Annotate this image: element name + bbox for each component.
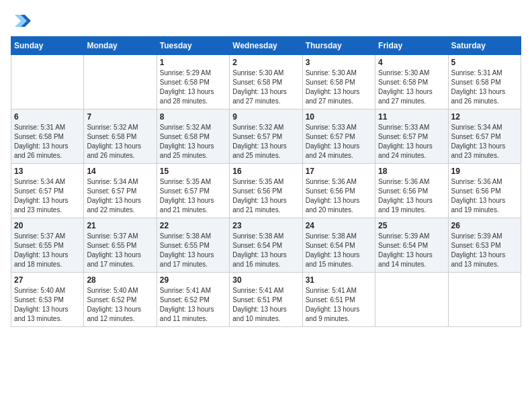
calendar-cell: 8Sunrise: 5:32 AMSunset: 6:58 PMDaylight…: [157, 109, 229, 164]
cell-day-number: 5: [451, 58, 518, 67]
cell-day-number: 24: [306, 221, 372, 230]
cell-day-number: 21: [87, 221, 153, 230]
cell-detail: Sunrise: 5:37 AMSunset: 6:55 PMDaylight:…: [14, 232, 81, 269]
cell-day-number: 8: [160, 112, 226, 122]
cell-day-number: 15: [160, 167, 226, 176]
calendar-cell: 24Sunrise: 5:38 AMSunset: 6:54 PMDayligh…: [302, 218, 375, 273]
calendar-cell: 19Sunrise: 5:36 AMSunset: 6:56 PMDayligh…: [448, 164, 521, 218]
cell-detail: Sunrise: 5:41 AMSunset: 6:51 PMDaylight:…: [306, 286, 372, 324]
calendar-cell: 10Sunrise: 5:33 AMSunset: 6:57 PMDayligh…: [302, 109, 375, 164]
calendar-cell: 7Sunrise: 5:32 AMSunset: 6:58 PMDaylight…: [84, 109, 157, 164]
cell-day-number: 30: [232, 275, 299, 285]
cell-day-number: 29: [160, 275, 226, 285]
cell-detail: Sunrise: 5:41 AMSunset: 6:52 PMDaylight:…: [160, 286, 226, 324]
cell-day-number: 1: [160, 58, 226, 67]
weekday-header: Tuesday: [157, 37, 229, 55]
cell-detail: Sunrise: 5:39 AMSunset: 6:54 PMDaylight:…: [378, 232, 445, 269]
calendar-week-row: 20Sunrise: 5:37 AMSunset: 6:55 PMDayligh…: [11, 218, 521, 273]
calendar-cell: 2Sunrise: 5:30 AMSunset: 6:58 PMDaylight…: [230, 55, 302, 109]
calendar-cell: 17Sunrise: 5:36 AMSunset: 6:56 PMDayligh…: [302, 164, 375, 218]
cell-day-number: 25: [378, 221, 445, 230]
cell-day-number: 22: [160, 221, 226, 230]
weekday-header: Monday: [84, 37, 157, 55]
cell-detail: Sunrise: 5:34 AMSunset: 6:57 PMDaylight:…: [451, 123, 518, 161]
weekday-header: Thursday: [302, 37, 375, 55]
calendar-cell: [375, 273, 448, 327]
cell-detail: Sunrise: 5:32 AMSunset: 6:58 PMDaylight:…: [160, 123, 226, 161]
calendar-week-row: 1Sunrise: 5:29 AMSunset: 6:58 PMDaylight…: [11, 55, 521, 109]
calendar-cell: 23Sunrise: 5:38 AMSunset: 6:54 PMDayligh…: [230, 218, 302, 273]
cell-detail: Sunrise: 5:38 AMSunset: 6:55 PMDaylight:…: [160, 232, 226, 269]
cell-day-number: 27: [14, 275, 81, 285]
calendar-cell: 6Sunrise: 5:31 AMSunset: 6:58 PMDaylight…: [11, 109, 84, 164]
cell-detail: Sunrise: 5:36 AMSunset: 6:56 PMDaylight:…: [451, 177, 518, 215]
cell-detail: Sunrise: 5:31 AMSunset: 6:58 PMDaylight:…: [14, 123, 81, 161]
cell-day-number: 6: [14, 112, 81, 122]
cell-day-number: 31: [306, 275, 372, 285]
calendar-table: SundayMondayTuesdayWednesdayThursdayFrid…: [11, 36, 521, 327]
calendar-cell: 29Sunrise: 5:41 AMSunset: 6:52 PMDayligh…: [157, 273, 229, 327]
calendar-cell: 9Sunrise: 5:32 AMSunset: 6:57 PMDaylight…: [230, 109, 302, 164]
cell-detail: Sunrise: 5:36 AMSunset: 6:56 PMDaylight:…: [378, 177, 445, 215]
cell-detail: Sunrise: 5:34 AMSunset: 6:57 PMDaylight:…: [87, 177, 153, 215]
cell-day-number: 2: [232, 58, 299, 67]
weekday-header: Wednesday: [230, 37, 302, 55]
cell-detail: Sunrise: 5:32 AMSunset: 6:57 PMDaylight:…: [232, 123, 299, 161]
calendar-cell: 26Sunrise: 5:39 AMSunset: 6:53 PMDayligh…: [448, 218, 521, 273]
cell-detail: Sunrise: 5:33 AMSunset: 6:57 PMDaylight:…: [306, 123, 372, 161]
weekday-header: Saturday: [448, 37, 521, 55]
calendar-cell: 5Sunrise: 5:31 AMSunset: 6:58 PMDaylight…: [448, 55, 521, 109]
cell-detail: Sunrise: 5:38 AMSunset: 6:54 PMDaylight:…: [306, 232, 372, 269]
calendar-cell: 3Sunrise: 5:30 AMSunset: 6:58 PMDaylight…: [302, 55, 375, 109]
cell-day-number: 14: [87, 167, 153, 176]
calendar-cell: 16Sunrise: 5:35 AMSunset: 6:56 PMDayligh…: [230, 164, 302, 218]
cell-day-number: 18: [378, 167, 445, 176]
cell-day-number: 17: [306, 167, 372, 176]
calendar-header-row: SundayMondayTuesdayWednesdayThursdayFrid…: [11, 37, 521, 55]
cell-detail: Sunrise: 5:38 AMSunset: 6:54 PMDaylight:…: [232, 232, 299, 269]
cell-day-number: 7: [87, 112, 153, 122]
calendar-week-row: 27Sunrise: 5:40 AMSunset: 6:53 PMDayligh…: [11, 273, 521, 327]
cell-day-number: 11: [378, 112, 445, 122]
calendar-cell: 12Sunrise: 5:34 AMSunset: 6:57 PMDayligh…: [448, 109, 521, 164]
cell-detail: Sunrise: 5:32 AMSunset: 6:58 PMDaylight:…: [87, 123, 153, 161]
cell-detail: Sunrise: 5:35 AMSunset: 6:56 PMDaylight:…: [232, 177, 299, 215]
calendar-cell: 18Sunrise: 5:36 AMSunset: 6:56 PMDayligh…: [375, 164, 448, 218]
cell-detail: Sunrise: 5:37 AMSunset: 6:55 PMDaylight:…: [87, 232, 153, 269]
cell-detail: Sunrise: 5:39 AMSunset: 6:53 PMDaylight:…: [451, 232, 518, 269]
weekday-header: Friday: [375, 37, 448, 55]
calendar-cell: 31Sunrise: 5:41 AMSunset: 6:51 PMDayligh…: [302, 273, 375, 327]
cell-detail: Sunrise: 5:30 AMSunset: 6:58 PMDaylight:…: [378, 68, 445, 106]
cell-day-number: 16: [232, 167, 299, 176]
calendar-cell: 22Sunrise: 5:38 AMSunset: 6:55 PMDayligh…: [157, 218, 229, 273]
logo: [11, 11, 34, 31]
calendar-cell: 13Sunrise: 5:34 AMSunset: 6:57 PMDayligh…: [11, 164, 84, 218]
calendar-week-row: 6Sunrise: 5:31 AMSunset: 6:58 PMDaylight…: [11, 109, 521, 164]
calendar-week-row: 13Sunrise: 5:34 AMSunset: 6:57 PMDayligh…: [11, 164, 521, 218]
cell-detail: Sunrise: 5:40 AMSunset: 6:53 PMDaylight:…: [14, 286, 81, 324]
cell-day-number: 19: [451, 167, 518, 176]
calendar-cell: 25Sunrise: 5:39 AMSunset: 6:54 PMDayligh…: [375, 218, 448, 273]
cell-day-number: 13: [14, 167, 81, 176]
calendar-cell: 14Sunrise: 5:34 AMSunset: 6:57 PMDayligh…: [84, 164, 157, 218]
calendar-cell: [11, 55, 84, 109]
calendar-cell: 28Sunrise: 5:40 AMSunset: 6:52 PMDayligh…: [84, 273, 157, 327]
cell-detail: Sunrise: 5:30 AMSunset: 6:58 PMDaylight:…: [232, 68, 299, 106]
calendar-cell: [448, 273, 521, 327]
calendar-cell: 21Sunrise: 5:37 AMSunset: 6:55 PMDayligh…: [84, 218, 157, 273]
cell-day-number: 20: [14, 221, 81, 230]
cell-day-number: 12: [451, 112, 518, 122]
cell-day-number: 10: [306, 112, 372, 122]
calendar-cell: 11Sunrise: 5:33 AMSunset: 6:57 PMDayligh…: [375, 109, 448, 164]
cell-detail: Sunrise: 5:34 AMSunset: 6:57 PMDaylight:…: [14, 177, 81, 215]
calendar-cell: [84, 55, 157, 109]
cell-day-number: 28: [87, 275, 153, 285]
cell-detail: Sunrise: 5:40 AMSunset: 6:52 PMDaylight:…: [87, 286, 153, 324]
calendar-cell: 1Sunrise: 5:29 AMSunset: 6:58 PMDaylight…: [157, 55, 229, 109]
logo-icon: [11, 11, 31, 31]
calendar-cell: 20Sunrise: 5:37 AMSunset: 6:55 PMDayligh…: [11, 218, 84, 273]
cell-day-number: 4: [378, 58, 445, 67]
cell-day-number: 9: [232, 112, 299, 122]
cell-detail: Sunrise: 5:30 AMSunset: 6:58 PMDaylight:…: [306, 68, 372, 106]
cell-detail: Sunrise: 5:29 AMSunset: 6:58 PMDaylight:…: [160, 68, 226, 106]
